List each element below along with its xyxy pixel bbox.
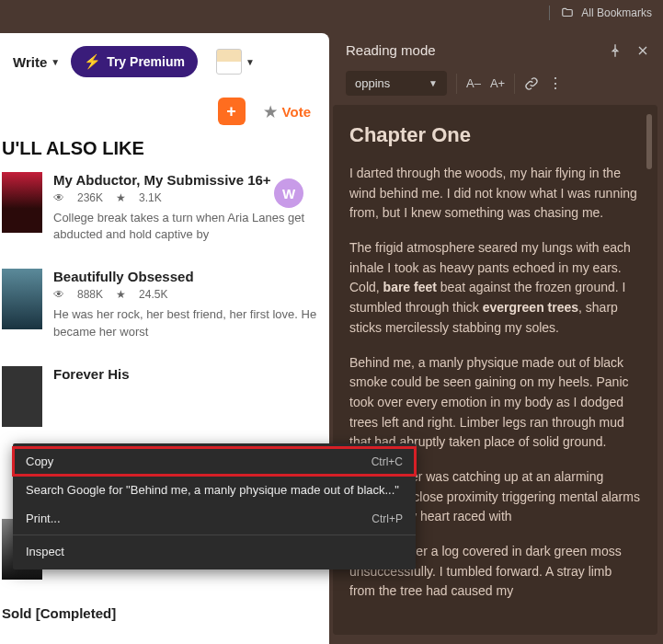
views-icon: 👁	[53, 288, 64, 301]
link-icon[interactable]	[524, 76, 539, 91]
font-decrease-button[interactable]: A–	[466, 76, 481, 90]
list-item[interactable]: Forever His	[2, 366, 326, 427]
bookmarks-link[interactable]: All Bookmarks	[581, 6, 652, 19]
book-cover	[2, 172, 42, 233]
context-copy[interactable]: Copy Ctrl+C	[13, 447, 416, 476]
close-icon[interactable]	[635, 43, 650, 58]
context-search[interactable]: Search Google for "Behind me, a manly ph…	[13, 476, 416, 504]
list-item[interactable]: Sold [Completed]	[2, 605, 326, 625]
book-cover	[2, 269, 42, 329]
context-menu: Copy Ctrl+C Search Google for "Behind me…	[13, 443, 416, 569]
book-title: Forever His	[53, 366, 130, 382]
book-title: Sold [Completed]	[2, 605, 116, 621]
try-premium-button[interactable]: ⚡ Try Premium	[71, 46, 198, 77]
book-desc: College break takes a turn when Aria Lan…	[53, 210, 326, 243]
folder-icon	[561, 6, 574, 19]
paragraph: The frigid atmosphere seared my lungs wi…	[349, 238, 641, 338]
book-title: Beautifully Obsessed	[53, 269, 326, 284]
chapter-title: Chapter One	[349, 123, 641, 147]
font-select[interactable]: oppins ▼	[346, 71, 447, 96]
separator	[13, 535, 416, 535]
star-icon: ★	[116, 288, 126, 301]
context-inspect[interactable]: Inspect	[13, 537, 416, 566]
add-button[interactable]: +	[218, 98, 246, 125]
write-button[interactable]: Write ▼	[13, 54, 60, 70]
paragraph: I darted through the woods, my hair flyi…	[349, 164, 641, 224]
kebab-icon[interactable]: ⋮	[548, 75, 563, 92]
book-cover	[2, 366, 42, 427]
wattpad-badge[interactable]: W	[274, 178, 303, 208]
views-icon: 👁	[53, 191, 64, 204]
lightning-icon: ⚡	[84, 53, 101, 70]
context-print[interactable]: Print... Ctrl+P	[13, 504, 416, 533]
vote-button[interactable]: ★ Vote	[264, 103, 311, 121]
section-title: U'LL ALSO LIKE	[0, 138, 329, 172]
book-desc: He was her rock, her best friend, her fi…	[53, 306, 326, 339]
list-item[interactable]: Beautifully Obsessed 👁888K ★24.5K He was…	[2, 269, 326, 339]
reading-mode-title: Reading mode	[346, 42, 436, 58]
font-increase-button[interactable]: A+	[490, 76, 505, 90]
paragraph: Behind me, a manly physique made out of …	[349, 353, 641, 453]
pin-icon[interactable]	[608, 43, 623, 58]
scrollbar[interactable]	[646, 114, 652, 169]
chevron-down-icon: ▼	[246, 57, 255, 67]
avatar	[216, 49, 242, 75]
star-icon: ★	[116, 191, 126, 204]
user-menu[interactable]: ▼	[216, 49, 255, 75]
chevron-down-icon: ▼	[429, 78, 438, 88]
star-icon: ★	[264, 103, 277, 121]
chevron-down-icon: ▼	[51, 57, 60, 67]
